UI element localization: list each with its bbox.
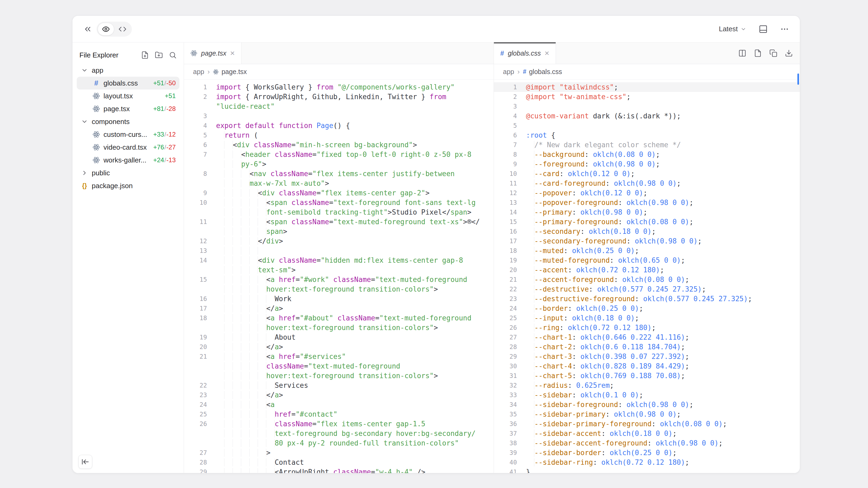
code-editor-globals-css[interactable]: 1@import "tailwindcss";2@import "tw-anim… bbox=[494, 79, 800, 473]
line-number: 22 bbox=[184, 381, 207, 390]
line-number: 24 bbox=[184, 400, 207, 410]
code-line: 5 return ( bbox=[184, 130, 494, 140]
code-line: 1import { WorksGallery } from "@/compone… bbox=[184, 82, 494, 92]
diff-stats: +76/-27 bbox=[151, 143, 176, 151]
code-line: 23 --destructive-foreground: oklch(0.577… bbox=[494, 294, 800, 303]
tree-item-video-card-tsx[interactable]: video-card.tsx+76/-27 bbox=[77, 141, 180, 154]
code-line: 20 --accent: oklch(0.72 0.12 180); bbox=[494, 265, 800, 275]
line-number: 38 bbox=[494, 438, 517, 448]
tree-item-custom-curs[interactable]: custom-curs...+33/-12 bbox=[77, 128, 180, 141]
line-number: 29 bbox=[184, 467, 207, 473]
line-number: 32 bbox=[494, 381, 517, 390]
tab-bar-left: page.tsx × bbox=[184, 42, 494, 64]
code-line: 28 Contact bbox=[184, 458, 494, 467]
close-tab-button[interactable]: × bbox=[545, 49, 550, 57]
version-dropdown[interactable]: Latest bbox=[719, 25, 746, 33]
line-number: 11 bbox=[184, 217, 207, 227]
code-line: 34 --sidebar-foreground: oklch(0.98 0 0)… bbox=[494, 400, 800, 410]
line-number: 30 bbox=[494, 361, 517, 371]
code-line: 37 --sidebar-accent: oklch(0.18 0 0); bbox=[494, 429, 800, 438]
copy-code-button[interactable] bbox=[769, 49, 777, 57]
code-line: 22 Services bbox=[184, 381, 494, 390]
breadcrumb: app › page.tsx bbox=[184, 64, 494, 79]
breadcrumb-root[interactable]: app bbox=[503, 68, 514, 76]
breadcrumb-file[interactable]: page.tsx bbox=[213, 68, 247, 76]
tree-item-globals-css[interactable]: #globals.css+51/-50 bbox=[77, 77, 180, 90]
tree-item-components[interactable]: components bbox=[77, 115, 180, 128]
line-number: 5 bbox=[184, 130, 207, 140]
code-toggle-button[interactable] bbox=[114, 23, 131, 36]
tab-page-tsx[interactable]: page.tsx × bbox=[184, 42, 242, 64]
collapse-explorer-button[interactable] bbox=[79, 455, 92, 469]
tree-item-public[interactable]: public bbox=[77, 166, 180, 179]
tab-globals-css[interactable]: # globals.css × bbox=[494, 42, 556, 64]
tree-item-layout-tsx[interactable]: layout.tsx+51 bbox=[77, 90, 180, 102]
line-number: 13 bbox=[184, 246, 207, 256]
line-number: 21 bbox=[494, 275, 517, 284]
file-label: page.tsx bbox=[103, 105, 130, 113]
file-explorer-header: File Explorer bbox=[72, 48, 184, 62]
line-number: 7 bbox=[184, 150, 207, 159]
scrollbar-thumb[interactable] bbox=[797, 73, 799, 85]
line-number: 15 bbox=[494, 217, 517, 227]
new-file-button[interactable] bbox=[141, 51, 149, 59]
more-options-button[interactable] bbox=[780, 25, 789, 34]
line-number: 41 bbox=[494, 467, 517, 473]
line-number: 16 bbox=[184, 294, 207, 303]
split-view-button[interactable] bbox=[738, 49, 746, 57]
main-content: File Explorer bbox=[72, 42, 800, 473]
diff-stats: +33/-12 bbox=[151, 131, 176, 138]
code-line: 2import { ArrowUpRight, Github, Linkedin… bbox=[184, 92, 494, 102]
tree-item-app[interactable]: app bbox=[77, 64, 180, 77]
breadcrumb: app › # globals.css bbox=[494, 64, 800, 79]
preview-toggle-button[interactable] bbox=[98, 23, 114, 36]
line-number bbox=[184, 159, 207, 169]
code-line: 8 <nav className="flex items-center just… bbox=[184, 169, 494, 178]
code-line: 27 > bbox=[184, 448, 494, 458]
breadcrumb-root[interactable]: app bbox=[193, 68, 204, 76]
code-line: 28 --chart-2: oklch(0.6 0.118 184.704); bbox=[494, 342, 800, 352]
code-editor-page-tsx[interactable]: 1import { WorksGallery } from "@/compone… bbox=[184, 79, 494, 473]
version-label: Latest bbox=[719, 25, 738, 33]
new-folder-button[interactable] bbox=[155, 51, 163, 59]
code-line: 14 <div className="hidden md:flex items-… bbox=[184, 256, 494, 265]
line-number bbox=[184, 438, 207, 448]
code-line: 9 --foreground: oklch(0.98 0 0); bbox=[494, 159, 800, 169]
line-number: 20 bbox=[494, 265, 517, 275]
code-line: 15 --primary-foreground: oklch(0.08 0 0)… bbox=[494, 217, 800, 227]
code-line: 20 </a> bbox=[184, 342, 494, 352]
line-number: 18 bbox=[184, 313, 207, 323]
line-number: 35 bbox=[494, 410, 517, 419]
columns-icon bbox=[738, 49, 746, 57]
file-explorer-actions bbox=[141, 51, 177, 59]
close-tab-button[interactable]: × bbox=[230, 49, 235, 57]
code-line: 8 --background: oklch(0.08 0 0); bbox=[494, 150, 800, 159]
code-line: 17 </a> bbox=[184, 303, 494, 313]
app-window: Latest File Explorer bbox=[72, 15, 800, 473]
code-line: 13 bbox=[184, 246, 494, 256]
line-number: 4 bbox=[184, 121, 207, 130]
tree-item-package-json[interactable]: {}package.json bbox=[77, 179, 180, 192]
file-explorer-panel: File Explorer bbox=[72, 42, 184, 473]
tree-item-works-galler[interactable]: works-galler...+24/-13 bbox=[77, 154, 180, 166]
search-files-button[interactable] bbox=[169, 51, 177, 59]
search-icon bbox=[169, 51, 177, 59]
code-line: text-foreground bg-secondary hover:bg-se… bbox=[184, 429, 494, 438]
file-view-button[interactable] bbox=[754, 49, 762, 57]
line-number: 23 bbox=[184, 390, 207, 400]
code-line: hover:text-foreground transition-colors"… bbox=[184, 371, 494, 381]
collapse-sidebar-button[interactable] bbox=[83, 25, 92, 34]
code-line: 15 <a href="#work" className="text-muted… bbox=[184, 275, 494, 284]
chevron-right-icon bbox=[81, 169, 89, 177]
tree-item-page-tsx[interactable]: page.tsx+81/-28 bbox=[77, 102, 180, 115]
download-button[interactable] bbox=[785, 49, 793, 57]
breadcrumb-file[interactable]: # globals.css bbox=[523, 68, 562, 76]
line-number: 25 bbox=[494, 313, 517, 323]
code-line: 17 --secondary-foreground: oklch(0.98 0 … bbox=[494, 236, 800, 246]
panel-layout-button[interactable] bbox=[758, 25, 768, 34]
code-line: 40 --sidebar-ring: oklch(0.72 0.12 180); bbox=[494, 458, 800, 467]
breadcrumb-separator: › bbox=[208, 68, 210, 76]
line-number: 25 bbox=[184, 410, 207, 419]
line-number: 39 bbox=[494, 448, 517, 458]
line-number: 2 bbox=[184, 92, 207, 102]
